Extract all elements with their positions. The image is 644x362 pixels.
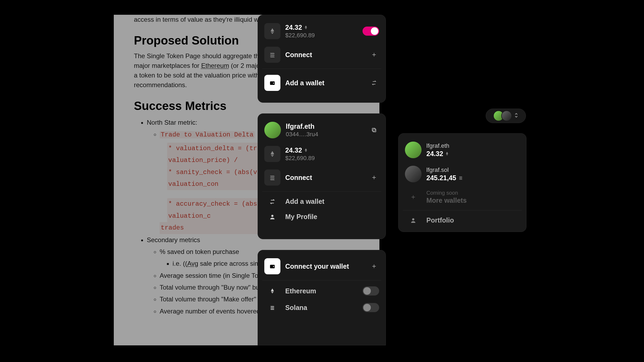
balance-amount-2: 24.32: [285, 146, 302, 154]
wallet-eth-balance: 24.32: [426, 150, 443, 158]
solana-icon: [264, 47, 280, 63]
wallet-card-profile: lfgraf.eth 0344….3ru4 24.32 $22,690.89 C…: [258, 113, 386, 239]
solana-icon: [264, 305, 280, 311]
copy-icon[interactable]: [369, 125, 379, 135]
ethereum-toggle[interactable]: [363, 286, 379, 295]
balance-amount: 24.32: [285, 24, 302, 31]
plus-icon[interactable]: [369, 172, 379, 183]
solana-row[interactable]: Solana: [262, 299, 381, 316]
ethereum-icon: [264, 146, 280, 162]
svg-rect-3: [372, 128, 375, 131]
plus-icon[interactable]: [369, 261, 379, 271]
connect-row-2[interactable]: Connect: [262, 166, 381, 189]
wallet-toggle[interactable]: [363, 27, 379, 36]
more-wallets-label: More wallets: [426, 197, 520, 204]
plus-icon: [405, 194, 422, 200]
svg-rect-2: [373, 129, 376, 132]
wallet-name: lfgraf.eth: [286, 123, 364, 130]
my-profile-label: My Profile: [285, 213, 379, 221]
wallet-eth-name: lfgraf.eth: [426, 142, 520, 149]
ethereum-label: Ethereum: [285, 287, 358, 295]
wallet-dropdown-card: lfgraf.eth 24.32 lfgraf.sol 245.21,45 Co…: [398, 133, 526, 232]
solana-toggle[interactable]: [363, 303, 379, 312]
portfolio-row[interactable]: Portfolio: [403, 213, 522, 228]
wallet-item-sol[interactable]: lfgraf.sol 245.21,45: [403, 162, 522, 186]
chevron-updown-icon: [514, 113, 518, 119]
solana-icon: [264, 169, 280, 186]
wallet-address: 0344….3ru4: [286, 131, 364, 138]
wallet-sol-balance: 245.21,45: [426, 174, 456, 182]
wallet-icon: [264, 75, 280, 91]
add-wallet-label-2: Add a wallet: [285, 198, 379, 205]
svg-point-7: [412, 218, 414, 220]
avatar: [405, 142, 422, 158]
wallet-card-balance: 24.32 $22,690.89 Connect Add a wallet: [258, 15, 386, 103]
my-profile-row[interactable]: My Profile: [262, 209, 381, 224]
ethereum-icon: [264, 23, 280, 39]
connect-label: Connect: [285, 51, 364, 59]
profile-header-row: lfgraf.eth 0344….3ru4: [262, 118, 381, 142]
more-wallets-row: Coming soon More wallets: [403, 186, 522, 208]
solana-label: Solana: [285, 304, 358, 312]
avatar-stack: [493, 110, 512, 121]
avatar: [264, 122, 281, 138]
connect-wallet-card: Connect your wallet Ethereum Solana: [258, 250, 386, 345]
add-wallet-row[interactable]: Add a wallet: [262, 71, 381, 95]
connect-wallet-title: Connect your wallet: [285, 263, 364, 270]
wallet-item-eth[interactable]: lfgraf.eth 24.32: [403, 138, 522, 162]
connect-label-2: Connect: [285, 174, 364, 182]
coming-soon-label: Coming soon: [426, 190, 520, 196]
avatar: [405, 166, 422, 182]
wallet-icon: [264, 258, 280, 274]
balance-row: 24.32 $22,690.89: [262, 19, 381, 43]
connect-wallet-header: Connect your wallet: [262, 254, 381, 278]
balance-usd-2: $22,690.89: [285, 155, 379, 162]
ethereum-row[interactable]: Ethereum: [262, 283, 381, 299]
balance-row-2: 24.32 $22,690.89: [262, 142, 381, 166]
user-icon: [264, 214, 280, 220]
plus-icon[interactable]: [369, 50, 379, 60]
add-wallet-label: Add a wallet: [285, 79, 364, 87]
connect-row[interactable]: Connect: [262, 43, 381, 67]
swap-icon: [264, 198, 280, 205]
wallet-sol-name: lfgraf.sol: [426, 167, 520, 173]
wallet-selector-pill[interactable]: [486, 109, 526, 123]
svg-point-4: [271, 215, 273, 217]
svg-point-1: [273, 83, 274, 84]
ethereum-icon: [264, 287, 280, 295]
swap-icon[interactable]: [369, 78, 379, 88]
add-wallet-row-2[interactable]: Add a wallet: [262, 194, 381, 209]
balance-usd: $22,690.89: [285, 32, 358, 39]
user-icon: [405, 217, 422, 224]
avatar-2: [501, 110, 512, 121]
svg-point-6: [273, 266, 274, 267]
portfolio-label: Portfolio: [426, 216, 520, 224]
